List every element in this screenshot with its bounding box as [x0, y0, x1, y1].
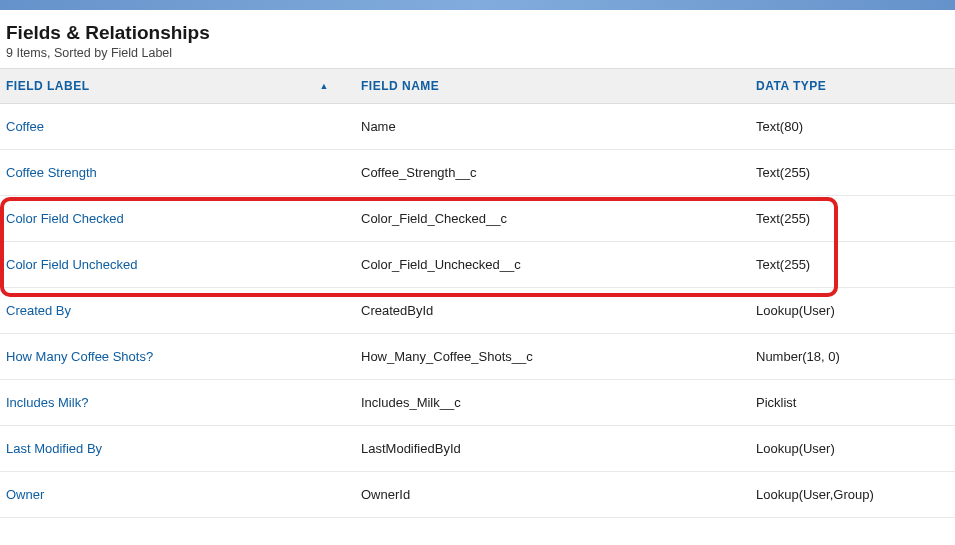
- table-row: Coffee Name Text(80): [0, 104, 955, 150]
- field-label-link[interactable]: Coffee: [6, 119, 44, 134]
- page-title: Fields & Relationships: [6, 22, 949, 44]
- field-type-cell: Text(255): [750, 196, 955, 242]
- column-header-name-text: FIELD NAME: [361, 79, 439, 93]
- field-type-cell: Text(80): [750, 104, 955, 150]
- table-row: Coffee Strength Coffee_Strength__c Text(…: [0, 150, 955, 196]
- table-row: Created By CreatedById Lookup(User): [0, 288, 955, 334]
- field-name-cell: Name: [355, 104, 750, 150]
- field-type-cell: Text(255): [750, 150, 955, 196]
- column-header-field-name[interactable]: FIELD NAME: [355, 69, 750, 104]
- column-header-label-text: FIELD LABEL: [6, 79, 90, 93]
- table-row: How Many Coffee Shots? How_Many_Coffee_S…: [0, 334, 955, 380]
- field-type-cell: Picklist: [750, 380, 955, 426]
- field-name-cell: Includes_Milk__c: [355, 380, 750, 426]
- field-name-cell: CreatedById: [355, 288, 750, 334]
- table-header-row: FIELD LABEL ▲ FIELD NAME DATA TYPE: [0, 69, 955, 104]
- table-row: Color Field Unchecked Color_Field_Unchec…: [0, 242, 955, 288]
- field-label-link[interactable]: Owner: [6, 487, 44, 502]
- field-label-link[interactable]: How Many Coffee Shots?: [6, 349, 153, 364]
- column-header-data-type[interactable]: DATA TYPE: [750, 69, 955, 104]
- table-row: Owner OwnerId Lookup(User,Group): [0, 472, 955, 518]
- field-type-cell: Lookup(User): [750, 288, 955, 334]
- field-label-link[interactable]: Last Modified By: [6, 441, 102, 456]
- column-header-field-label[interactable]: FIELD LABEL ▲: [0, 69, 355, 104]
- field-label-link[interactable]: Includes Milk?: [6, 395, 88, 410]
- field-name-cell: How_Many_Coffee_Shots__c: [355, 334, 750, 380]
- field-type-cell: Lookup(User): [750, 426, 955, 472]
- sort-ascending-icon: ▲: [320, 81, 329, 91]
- field-label-link[interactable]: Color Field Checked: [6, 211, 124, 226]
- field-name-cell: LastModifiedById: [355, 426, 750, 472]
- field-label-link[interactable]: Created By: [6, 303, 71, 318]
- page-header: Fields & Relationships 9 Items, Sorted b…: [0, 10, 955, 68]
- field-label-link[interactable]: Coffee Strength: [6, 165, 97, 180]
- column-header-type-text: DATA TYPE: [756, 79, 826, 93]
- field-name-cell: Color_Field_Unchecked__c: [355, 242, 750, 288]
- table-row: Includes Milk? Includes_Milk__c Picklist: [0, 380, 955, 426]
- field-name-cell: Color_Field_Checked__c: [355, 196, 750, 242]
- field-type-cell: Text(255): [750, 242, 955, 288]
- page-subtitle: 9 Items, Sorted by Field Label: [6, 46, 949, 60]
- field-type-cell: Lookup(User,Group): [750, 472, 955, 518]
- field-name-cell: Coffee_Strength__c: [355, 150, 750, 196]
- table-row: Last Modified By LastModifiedById Lookup…: [0, 426, 955, 472]
- table-row: Color Field Checked Color_Field_Checked_…: [0, 196, 955, 242]
- fields-table: FIELD LABEL ▲ FIELD NAME DATA TYPE Coffe…: [0, 68, 955, 518]
- field-name-cell: OwnerId: [355, 472, 750, 518]
- field-label-link[interactable]: Color Field Unchecked: [6, 257, 138, 272]
- field-type-cell: Number(18, 0): [750, 334, 955, 380]
- top-banner: [0, 0, 955, 10]
